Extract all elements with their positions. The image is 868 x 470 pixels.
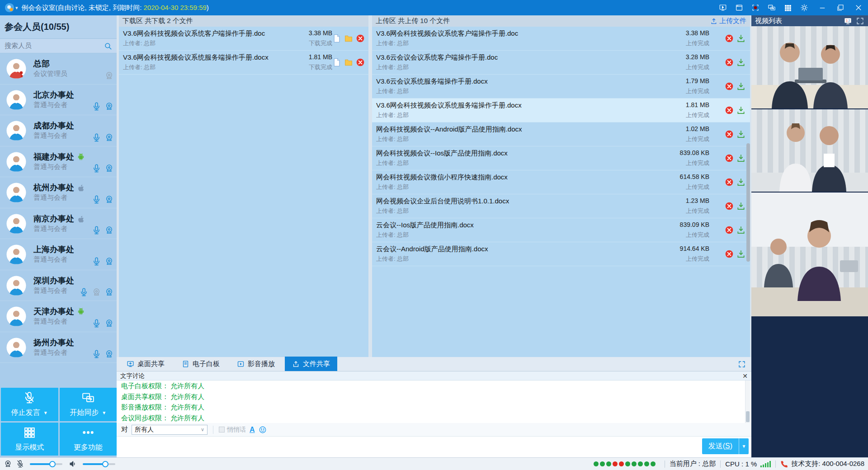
download-icon[interactable]: [736, 178, 745, 187]
chat-scrollbar[interactable]: [745, 381, 750, 423]
delete-icon[interactable]: [725, 178, 734, 187]
tab-file-share[interactable]: 文件共享: [285, 357, 337, 371]
mic-icon[interactable]: [92, 257, 101, 266]
search-input[interactable]: 搜索人员: [0, 39, 117, 53]
mic-icon[interactable]: [92, 195, 101, 204]
participant-row[interactable]: 南京办事处 普通与会者: [0, 208, 117, 240]
video-thumbnail[interactable]: [751, 109, 868, 192]
tab-whiteboard[interactable]: 电子白板: [175, 357, 227, 371]
webcam-icon[interactable]: [4, 460, 12, 468]
delete-icon[interactable]: [356, 34, 365, 43]
mic-volume-slider[interactable]: [30, 463, 62, 465]
folder-icon[interactable]: [344, 34, 353, 43]
speaker-volume-slider[interactable]: [83, 463, 115, 465]
upload-file-row[interactable]: V3.6网会科技视频会议系统服务端操作手册.docx 上传者: 总部 1.81 …: [372, 99, 750, 122]
participant-row[interactable]: 深圳办事处 普通与会者: [0, 270, 117, 301]
upload-scrollbar-thumb[interactable]: [746, 143, 750, 262]
download-file-row[interactable]: V3.6网会科技视频会议系统客户端操作手册.doc 上传者: 总部 3.38 M…: [119, 27, 368, 51]
screen-share-icon[interactable]: [718, 3, 728, 13]
doc-icon[interactable]: [332, 34, 341, 43]
chat-scrollbar-thumb[interactable]: [746, 411, 750, 422]
gear-icon[interactable]: [799, 3, 809, 13]
download-icon[interactable]: [736, 226, 745, 235]
display-mode-button[interactable]: 显示模式: [1, 423, 58, 456]
checkbox-icon[interactable]: [219, 427, 225, 432]
delete-icon[interactable]: [725, 34, 734, 43]
delete-icon[interactable]: [725, 154, 734, 163]
delete-icon[interactable]: [356, 58, 365, 67]
emoji-icon[interactable]: [259, 426, 267, 434]
participant-row[interactable]: 成都办事处 普通与会者: [0, 115, 117, 146]
delete-icon[interactable]: [725, 106, 734, 115]
delete-icon[interactable]: [725, 249, 734, 258]
webcam-icon[interactable]: [104, 226, 114, 235]
window-icon[interactable]: [734, 3, 744, 13]
webcam-icon[interactable]: [104, 164, 114, 173]
upload-file-row[interactable]: 云会议--Android版产品使用指南.docx 上传者: 总部 914.64 …: [372, 242, 750, 266]
upload-file-row[interactable]: 云会议--Ios版产品使用指南.docx 上传者: 总部 839.09 KB 上…: [372, 218, 750, 242]
whisper-checkbox[interactable]: 悄悄话: [219, 426, 246, 434]
mic-icon[interactable]: [92, 349, 101, 359]
video-layout-icon[interactable]: 12: [844, 17, 852, 25]
tab-desktop-share[interactable]: 桌面共享: [119, 357, 172, 371]
chevron-down-icon[interactable]: ▾: [15, 5, 18, 11]
delete-icon[interactable]: [725, 130, 734, 139]
download-file-row[interactable]: V3.6网会科技视频会议系统服务端操作手册.docx 上传者: 总部 1.81 …: [119, 51, 368, 75]
delete-icon[interactable]: [725, 226, 734, 235]
delete-icon[interactable]: [725, 202, 734, 211]
restore-icon[interactable]: [835, 3, 845, 13]
download-icon[interactable]: [736, 58, 745, 67]
participant-row[interactable]: 扬州办事处 普通与会者: [0, 332, 117, 363]
fullscreen-icon[interactable]: [738, 360, 746, 368]
stop-speaking-button[interactable]: 停止发言▼: [1, 388, 58, 421]
upload-file-link[interactable]: 上传文件: [710, 17, 746, 25]
mic-muted-icon[interactable]: [16, 460, 24, 468]
upload-file-row[interactable]: 网会科技视频会议--Android版产品使用指南.docx 上传者: 总部 1.…: [372, 122, 750, 146]
participant-row[interactable]: 上海办事处 普通与会者: [0, 239, 117, 270]
video-thumbnail[interactable]: [751, 26, 868, 108]
participant-row[interactable]: 福建办事处 普通与会者: [0, 146, 117, 178]
upload-file-row[interactable]: 网会视频会议企业后台使用说明书1.0.1.docx 上传者: 总部 1.23 M…: [372, 194, 750, 218]
sync-screens-icon[interactable]: [767, 3, 777, 13]
delete-icon[interactable]: [725, 58, 734, 67]
tab-media-play[interactable]: 影音播放: [230, 357, 282, 371]
webcam-icon[interactable]: [104, 102, 114, 111]
webcam-icon[interactable]: [104, 257, 114, 266]
upload-file-row[interactable]: 网会科技视频会议微信小程序快速指南.docx 上传者: 总部 614.58 KB…: [372, 170, 750, 194]
doc-icon[interactable]: [332, 58, 341, 67]
participant-row[interactable]: 杭州办事处 普通与会者: [0, 177, 117, 208]
font-icon[interactable]: A: [250, 426, 255, 434]
participant-row[interactable]: 总部 会议管理员: [0, 53, 117, 85]
webcam-icon[interactable]: [104, 287, 114, 297]
download-icon[interactable]: [736, 202, 745, 211]
close-icon[interactable]: [854, 3, 863, 13]
start-sync-button[interactable]: 开始同步▼: [60, 388, 117, 421]
download-icon[interactable]: [736, 82, 745, 91]
download-icon[interactable]: [736, 154, 745, 163]
minimize-icon[interactable]: [817, 3, 827, 13]
speaker-icon[interactable]: [69, 460, 77, 468]
more-functions-button[interactable]: 更多功能: [60, 423, 117, 456]
send-button[interactable]: 发送(S) ▼: [702, 438, 749, 454]
delete-icon[interactable]: [725, 82, 734, 91]
message-input[interactable]: 发送(S) ▼: [117, 437, 751, 457]
download-icon[interactable]: [736, 130, 745, 139]
recipient-select[interactable]: 所有人 ∨: [132, 425, 208, 435]
mic-icon[interactable]: [92, 102, 101, 111]
chat-messages[interactable]: 电子白板权限： 允许所有人桌面共享权限： 允许所有人影音播放权限： 允许所有人会…: [117, 381, 751, 423]
webcam-off-icon[interactable]: [92, 287, 101, 297]
chat-close-icon[interactable]: ✕: [742, 373, 748, 379]
webcam-icon[interactable]: [104, 195, 114, 204]
record-icon[interactable]: [750, 3, 760, 13]
download-icon[interactable]: [736, 34, 745, 43]
upload-file-row[interactable]: V3.6网会科技视频会议系统客户端操作手册.doc 上传者: 总部 3.38 M…: [372, 27, 750, 51]
download-icon[interactable]: [736, 249, 745, 258]
mic-icon[interactable]: [92, 164, 101, 173]
upload-file-row[interactable]: V3.6云会议会议系统客户端操作手册.doc 上传者: 总部 3.28 MB 上…: [372, 51, 750, 75]
upload-file-row[interactable]: V3.6云会议系统服务端操作手册.docx 上传者: 总部 1.79 MB 上传…: [372, 75, 750, 99]
mic-icon[interactable]: [92, 319, 101, 328]
upload-file-row[interactable]: 网会科技视频会议--Ios版产品使用指南.docx 上传者: 总部 839.08…: [372, 146, 750, 170]
participant-row[interactable]: 北京办事处 普通与会者: [0, 85, 117, 116]
dropdown-caret[interactable]: ▼: [102, 410, 106, 415]
video-thumbnail[interactable]: [751, 193, 868, 316]
